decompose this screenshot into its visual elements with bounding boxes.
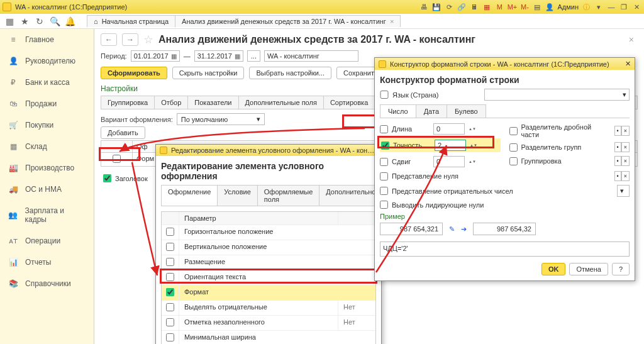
forward-button[interactable]: → [122, 33, 138, 46]
choose-settings-button[interactable]: Выбрать настройки... [249, 67, 331, 79]
sidebar-item-main[interactable]: ≡Главное [0, 29, 94, 50]
sidebar-item-purchases[interactable]: 🛒Покупки [0, 114, 94, 136]
cancel-button[interactable]: Отмена [569, 263, 608, 275]
neg-combo[interactable]: ▾ [617, 185, 630, 197]
bell-icon[interactable]: 🔔 [64, 16, 75, 27]
param-row[interactable]: Выделять отрицательныеНет [162, 301, 375, 316]
variant-combo[interactable]: По умолчанию▾ [177, 113, 265, 125]
edit-icon[interactable]: ✎ [449, 225, 455, 233]
dropdown-icon[interactable]: ▾ [594, 2, 604, 12]
save-icon[interactable]: 💾 [431, 2, 441, 12]
help-button[interactable]: ? [612, 263, 630, 275]
field-actions[interactable]: •× [614, 142, 630, 152]
format-code[interactable]: ЧДЦ='2' [380, 241, 630, 257]
subtab-fields[interactable]: Оформляемые поля [257, 185, 319, 206]
date-to-input[interactable]: 31.12.2017▦ [194, 50, 243, 62]
dialog-titlebar[interactable]: Конструктор форматной строки - WA - конс… [375, 58, 635, 70]
main-tab-report[interactable]: Анализ движений денежных средств за 2017… [175, 15, 401, 27]
subtab-appearance[interactable]: Оформление [161, 185, 218, 206]
tab-extrafields[interactable]: Дополнительные поля [239, 96, 324, 109]
tab-measures[interactable]: Показатели [188, 96, 238, 109]
subtab-extra[interactable]: Дополнительно [319, 185, 382, 206]
leadzero-checkbox[interactable] [380, 201, 388, 209]
precision-input[interactable]: 2 [435, 140, 466, 151]
dialog-titlebar[interactable]: Редактирование элемента условного оформл… [156, 145, 381, 156]
close-icon[interactable]: × [390, 18, 394, 25]
print-icon[interactable]: 🖶 [419, 2, 429, 12]
close-page-icon[interactable]: × [629, 35, 638, 45]
close-window-icon[interactable]: ✕ [631, 2, 641, 12]
shift-checkbox[interactable] [380, 158, 388, 166]
grpsep-checkbox[interactable] [509, 143, 518, 152]
lang-checkbox[interactable] [380, 91, 389, 99]
spinner-icon[interactable]: ▲▼ [469, 127, 477, 131]
field-actions[interactable]: •× [614, 171, 630, 181]
minimize-icon[interactable]: — [606, 2, 616, 12]
length-input[interactable]: 0 [433, 123, 465, 135]
param-row[interactable]: Отметка незаполненногоНет [162, 316, 375, 331]
field-actions[interactable]: •× [614, 126, 630, 136]
spinner-icon[interactable]: ▲▼ [470, 143, 479, 147]
zero-checkbox[interactable] [380, 172, 388, 180]
close-icon[interactable]: ✕ [625, 60, 631, 68]
maximize-icon[interactable]: ❐ [619, 2, 629, 12]
sidebar-item-manager[interactable]: 👤Руководителю [0, 50, 94, 72]
param-row[interactable]: Размещение [162, 255, 375, 270]
main-tab-home[interactable]: ⌂ Начальная страница [87, 15, 175, 27]
refresh-icon[interactable]: ⟳ [444, 2, 454, 12]
grouping-checkbox[interactable] [509, 157, 518, 165]
length-checkbox[interactable] [380, 125, 388, 133]
date-from-input[interactable]: 01.01.2017▦ [131, 50, 180, 62]
sidebar-item-stock[interactable]: ▦Склад [0, 136, 94, 157]
tab-bool[interactable]: Булево [447, 104, 486, 118]
sidebar-item-assets[interactable]: 🚚ОС и НМА [0, 179, 94, 200]
sidebar-item-production[interactable]: 🏭Производство [0, 157, 94, 179]
m-icon[interactable]: M [494, 2, 504, 12]
sidebar-item-salary[interactable]: 👥Зарплата и кадры [0, 200, 94, 230]
param-row[interactable]: Вертикальное положение [162, 240, 375, 255]
param-row[interactable]: Минимальная ширина [162, 331, 375, 344]
form-button[interactable]: Сформировать [101, 67, 167, 79]
spinner-icon[interactable]: ▲▼ [469, 160, 477, 164]
search-icon[interactable]: 🔍 [49, 16, 60, 27]
period-picker-button[interactable]: ... [247, 50, 260, 62]
add-button[interactable]: Добавить [101, 126, 145, 139]
favorite-icon[interactable]: ☆ [143, 33, 153, 47]
tab-sort[interactable]: Сортировка [324, 96, 375, 109]
sidebar-item-sales[interactable]: 🛍Продажи [0, 93, 94, 114]
hide-settings-button[interactable]: Скрыть настройки [172, 67, 245, 79]
history-icon[interactable]: ↻ [34, 16, 45, 27]
calendar-icon[interactable]: ▦ [482, 2, 492, 12]
mminus-icon[interactable]: M- [519, 2, 530, 12]
calc-icon[interactable]: 🖩 [469, 2, 479, 12]
precision-checkbox[interactable] [381, 141, 389, 150]
subtab-condition[interactable]: Условие [217, 185, 258, 206]
mplus-icon[interactable]: M+ [507, 2, 517, 12]
tab-filter[interactable]: Отбор [155, 96, 188, 109]
tab-date[interactable]: Дата [416, 104, 447, 118]
tab-grouping[interactable]: Группировка [101, 96, 155, 109]
calendar-icon[interactable]: ▦ [235, 53, 240, 60]
tab-number[interactable]: Число [380, 104, 416, 118]
back-button[interactable]: ← [101, 33, 117, 46]
ok-button[interactable]: OK [541, 263, 566, 275]
sidebar-item-refs[interactable]: 📚Справочники [0, 273, 94, 294]
lang-combo[interactable]: ▾ [484, 89, 630, 101]
calendar-icon[interactable]: ▦ [171, 53, 177, 60]
grid-icon[interactable]: ▤ [532, 2, 542, 12]
field-actions[interactable]: •× [614, 156, 630, 166]
decsep-checkbox[interactable] [509, 127, 518, 135]
param-row[interactable]: Ориентация текста [162, 270, 375, 286]
row-checkbox[interactable] [113, 155, 121, 163]
sidebar-item-reports[interactable]: 📊Отчеты [0, 252, 94, 273]
sidebar-item-operations[interactable]: ᴀᴛОперации [0, 230, 94, 252]
star-icon[interactable]: ★ [19, 16, 30, 27]
param-row[interactable]: Горизонтальное положение [162, 225, 375, 240]
link-icon[interactable]: 🔗 [457, 2, 467, 12]
shift-input[interactable]: 0 [433, 156, 465, 167]
title-checkbox[interactable] [103, 174, 111, 182]
sidebar-item-bank[interactable]: ₽Банк и касса [0, 72, 94, 93]
neg-checkbox[interactable] [380, 187, 388, 195]
org-input[interactable]: WA - консалтинг [264, 50, 358, 62]
apps-icon[interactable]: ▦ [4, 16, 15, 27]
